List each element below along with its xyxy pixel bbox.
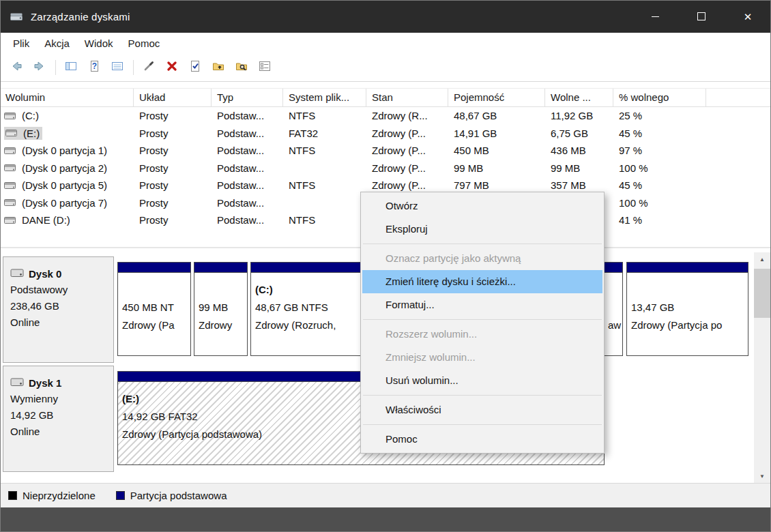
menu-plik[interactable]: Plik	[5, 35, 37, 52]
partition-450mb[interactable]: 450 MB NT Zdrowy (Pa	[117, 262, 191, 356]
cell-uklad: Prosty	[134, 162, 212, 174]
disk-type: Wymienny	[10, 391, 106, 407]
folder-search-button[interactable]	[232, 58, 251, 77]
partition-size-line: 13,47 GB	[631, 299, 744, 316]
header-typ[interactable]: Typ	[212, 89, 283, 106]
partition-type-strip	[627, 263, 748, 273]
legend-item-unallocated: Nieprzydzielone	[8, 490, 96, 501]
cell-procent-wolnego: 100 %	[613, 197, 706, 209]
menu-separator	[363, 395, 602, 396]
cell-wolumin: (Dysk 0 partycja 5)	[0, 179, 134, 191]
cell-system-plikow: NTFS	[283, 110, 366, 121]
partition-title	[631, 281, 744, 299]
menu-item-wlasciwosci[interactable]: Właściwości	[362, 398, 602, 422]
cell-typ: Podstaw...	[212, 145, 283, 156]
volume-label: (Dysk 0 partycja 1)	[22, 145, 107, 156]
cell-wolne: 357 MB	[545, 179, 613, 191]
minimize-icon	[652, 16, 659, 17]
disk-1-info[interactable]: Dysk 1 Wymienny 14,92 GB Online	[3, 366, 114, 472]
scroll-up-button[interactable]: ▲	[754, 252, 770, 266]
volume-icon	[5, 128, 18, 138]
partition-type-strip	[604, 263, 622, 273]
minimize-button[interactable]	[632, 0, 678, 33]
table-row[interactable]: (Dysk 0 partycja 1) Prosty Podstaw... NT…	[0, 142, 771, 160]
delete-button[interactable]	[162, 58, 181, 77]
cell-procent-wolnego: 45 %	[613, 128, 706, 139]
menu-widok[interactable]: Widok	[77, 35, 121, 52]
header-procent-wolnego[interactable]: % wolnego	[613, 89, 706, 106]
menu-item-zmien-litere-dysku[interactable]: Zmień literę dysku i ścieżki...	[362, 270, 602, 293]
show-detail-button[interactable]	[108, 58, 127, 77]
cell-wolumin: (E:)	[0, 127, 134, 140]
header-filler	[706, 89, 771, 106]
partition-99mb[interactable]: 99 MB Zdrowy	[194, 262, 248, 356]
partition-13gb[interactable]: 13,47 GB Zdrowy (Partycja po	[626, 262, 748, 356]
header-wolne[interactable]: Wolne ...	[545, 89, 613, 106]
disk-0-info[interactable]: Dysk 0 Podstawowy 238,46 GB Online	[3, 256, 114, 363]
menu-item-formatuj[interactable]: Formatuj...	[362, 293, 602, 316]
cell-wolumin: (C:)	[0, 110, 134, 121]
volume-label: (C:)	[22, 110, 39, 121]
volume-icon	[4, 198, 16, 207]
table-row[interactable]: (C:) Prosty Podstaw... NTFS Zdrowy (R...…	[0, 107, 771, 125]
menu-item-pomoc[interactable]: Pomoc	[362, 428, 602, 451]
cell-stan: Zdrowy (P...	[366, 128, 448, 139]
toolbar-separator	[55, 60, 56, 75]
header-stan[interactable]: Stan	[366, 89, 448, 106]
window-controls: ✕	[632, 0, 771, 33]
menu-item-otworz[interactable]: Otwórz	[362, 194, 602, 218]
partition-status-line: Zdrowy (Partycja po	[631, 316, 744, 334]
choose-columns-button[interactable]	[255, 58, 274, 77]
maximize-button[interactable]	[678, 0, 725, 33]
header-pojemnosc[interactable]: Pojemność	[448, 89, 545, 106]
back-button[interactable]	[7, 58, 26, 77]
menu-item-usun-wolumin[interactable]: Usuń wolumin...	[362, 369, 602, 392]
cell-uklad: Prosty	[134, 197, 212, 209]
folder-up-button[interactable]	[209, 58, 228, 77]
partition-size-line: 99 MB	[199, 299, 243, 316]
cell-typ: Podstaw...	[212, 110, 283, 121]
close-button[interactable]: ✕	[725, 0, 771, 33]
header-wolumin[interactable]: Wolumin	[0, 89, 134, 106]
menu-akcja[interactable]: Akcja	[37, 35, 77, 52]
scroll-down-button[interactable]: ▼	[754, 469, 770, 483]
cell-typ: Podstaw...	[212, 128, 283, 139]
cell-uklad: Prosty	[134, 110, 212, 121]
cell-typ: Podstaw...	[212, 162, 283, 174]
svg-text:?: ?	[92, 61, 97, 71]
help-button[interactable]: ?	[85, 58, 104, 77]
disk-icon	[10, 267, 24, 281]
cell-wolne: 6,75 GB	[545, 128, 613, 139]
disk-status: Online	[10, 424, 106, 440]
cell-pojemnosc: 48,67 GB	[448, 110, 545, 121]
back-icon	[10, 59, 23, 76]
menu-item-zmniejsz-wolumin: Zmniejsz wolumin...	[362, 346, 602, 369]
partition-title	[122, 281, 186, 299]
menu-item-eksploruj[interactable]: Eksploruj	[362, 218, 602, 241]
table-row[interactable]: (Dysk 0 partycja 2) Prosty Podstaw... Zd…	[0, 160, 771, 177]
disk-size: 14,92 GB	[10, 407, 106, 424]
wand-button[interactable]	[139, 58, 158, 77]
partition-status-line: Zdrowy (Pa	[122, 316, 186, 334]
scroll-thumb[interactable]	[754, 269, 770, 318]
folder-search-icon	[235, 59, 248, 76]
window-title: Zarządzanie dyskami	[31, 11, 130, 23]
header-uklad[interactable]: Układ	[134, 89, 212, 106]
cell-pojemnosc: 99 MB	[448, 162, 545, 174]
header-system-plikow[interactable]: System plik...	[283, 89, 366, 106]
show-console-tree-button[interactable]	[61, 58, 81, 77]
vertical-scrollbar[interactable]: ▲ ▼	[754, 252, 770, 483]
partition-hidden-behind-menu[interactable]: aw	[603, 262, 623, 356]
checklist-button[interactable]	[186, 58, 205, 77]
legend-label: Nieprzydzielone	[23, 490, 96, 501]
partition-status-line: Zdrowy	[199, 316, 243, 334]
forward-button[interactable]	[30, 58, 49, 77]
cell-uklad: Prosty	[134, 179, 212, 191]
selected-volume-highlight: (E:)	[4, 127, 42, 140]
menu-pomoc[interactable]: Pomoc	[121, 35, 168, 52]
toolbar: ?	[0, 54, 771, 82]
cell-procent-wolnego: 97 %	[613, 145, 706, 156]
table-row-selected[interactable]: (E:) Prosty Podstaw... FAT32 Zdrowy (P..…	[0, 125, 771, 143]
menu-item-oznacz-partycje: Oznacz partycję jako aktywną	[362, 247, 602, 270]
cell-system-plikow: NTFS	[283, 179, 366, 191]
